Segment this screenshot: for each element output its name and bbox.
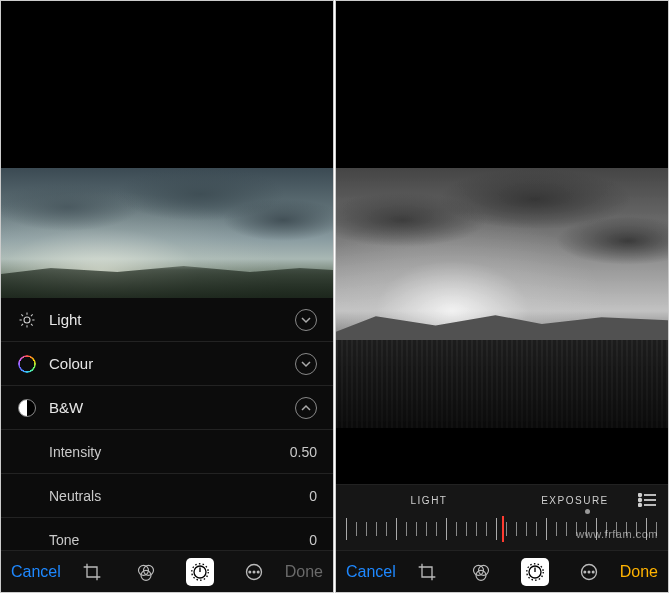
- svg-point-19: [639, 494, 642, 497]
- filters-icon[interactable]: [132, 558, 160, 586]
- svg-point-17: [253, 571, 255, 573]
- slider-label-light[interactable]: LIGHT: [356, 495, 502, 506]
- slider-panel: LIGHT EXPOSURE: [336, 484, 668, 550]
- param-value: 0: [309, 488, 317, 504]
- svg-point-23: [639, 504, 642, 507]
- param-label: Tone: [49, 532, 309, 548]
- more-icon[interactable]: [240, 558, 268, 586]
- svg-point-18: [257, 571, 259, 573]
- param-label: Neutrals: [49, 488, 309, 504]
- adjust-row-bw[interactable]: B&W: [1, 386, 333, 430]
- sun-icon: [17, 310, 37, 330]
- crop-icon[interactable]: [413, 558, 441, 586]
- param-label: Intensity: [49, 444, 290, 460]
- done-button[interactable]: Done: [285, 563, 323, 581]
- bw-circle-icon: [17, 398, 37, 418]
- svg-point-21: [639, 499, 642, 502]
- row-label: Light: [49, 311, 295, 328]
- adjust-row-colour[interactable]: Colour: [1, 342, 333, 386]
- adjust-dial-icon[interactable]: [186, 558, 214, 586]
- svg-point-32: [584, 571, 586, 573]
- list-icon[interactable]: [638, 493, 656, 509]
- blank-top: [336, 1, 668, 168]
- crop-icon[interactable]: [78, 558, 106, 586]
- svg-line-6: [31, 323, 33, 325]
- svg-point-0: [24, 317, 30, 323]
- filters-icon[interactable]: [467, 558, 495, 586]
- photo-preview-left[interactable]: [1, 168, 333, 298]
- chevron-down-icon[interactable]: [295, 353, 317, 375]
- blank-top: [1, 1, 333, 168]
- more-icon[interactable]: [575, 558, 603, 586]
- toolbar-left: Cancel Done: [1, 550, 333, 592]
- bw-param-intensity[interactable]: Intensity 0.50: [1, 430, 333, 474]
- adjustments-panel: Light Colour B&W Intensity: [1, 298, 333, 550]
- param-value: 0.50: [290, 444, 317, 460]
- svg-point-33: [588, 571, 590, 573]
- watermark: www.frfam.com: [576, 528, 658, 540]
- adjust-row-light[interactable]: Light: [1, 298, 333, 342]
- slider-peek-dot: [585, 509, 590, 514]
- param-value: 0: [309, 532, 317, 548]
- done-button[interactable]: Done: [620, 563, 658, 581]
- toolbar-right: Cancel Done: [336, 550, 668, 592]
- slider-needle[interactable]: [502, 516, 504, 542]
- svg-point-16: [249, 571, 251, 573]
- chevron-down-icon[interactable]: [295, 309, 317, 331]
- blank-mid: [336, 428, 668, 486]
- colour-ring-icon: [17, 354, 37, 374]
- svg-line-7: [21, 323, 23, 325]
- svg-point-34: [592, 571, 594, 573]
- slider-label-exposure[interactable]: EXPOSURE: [502, 495, 648, 506]
- cancel-button[interactable]: Cancel: [346, 563, 396, 581]
- screen-left-adjust-panel: Light Colour B&W Intensity: [0, 0, 334, 593]
- row-label: B&W: [49, 399, 295, 416]
- bw-param-neutrals[interactable]: Neutrals 0: [1, 474, 333, 518]
- cancel-button[interactable]: Cancel: [11, 563, 61, 581]
- row-label: Colour: [49, 355, 295, 372]
- svg-line-8: [31, 314, 33, 316]
- photo-preview-right[interactable]: [336, 168, 668, 428]
- chevron-up-icon[interactable]: [295, 397, 317, 419]
- svg-line-5: [21, 314, 23, 316]
- screen-right-exposure-slider: LIGHT EXPOSURE Cancel: [335, 0, 669, 593]
- adjust-dial-icon[interactable]: [521, 558, 549, 586]
